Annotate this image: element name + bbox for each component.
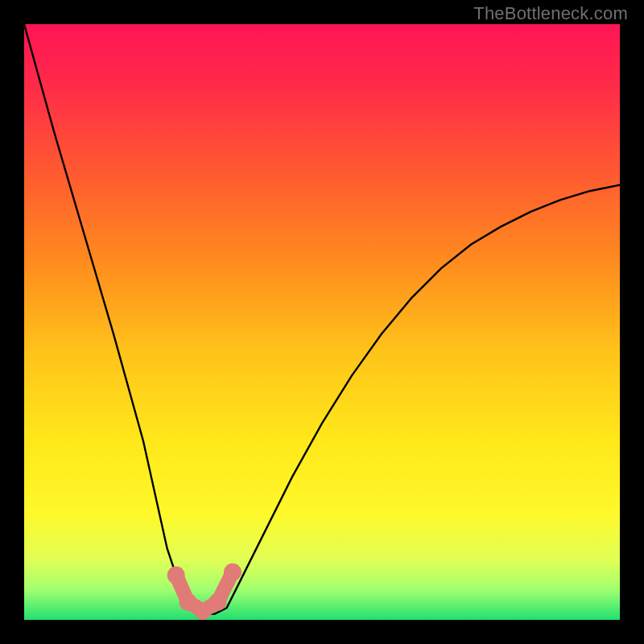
bottleneck-chart — [24, 24, 620, 620]
curve-marker — [209, 593, 227, 611]
curve-marker — [224, 564, 242, 581]
curve-marker — [180, 593, 197, 611]
chart-frame: TheBottleneck.com — [0, 0, 644, 644]
plot-background — [24, 24, 620, 620]
curve-marker — [194, 602, 212, 620]
curve-marker — [167, 567, 185, 584]
watermark-text: TheBottleneck.com — [473, 3, 628, 24]
